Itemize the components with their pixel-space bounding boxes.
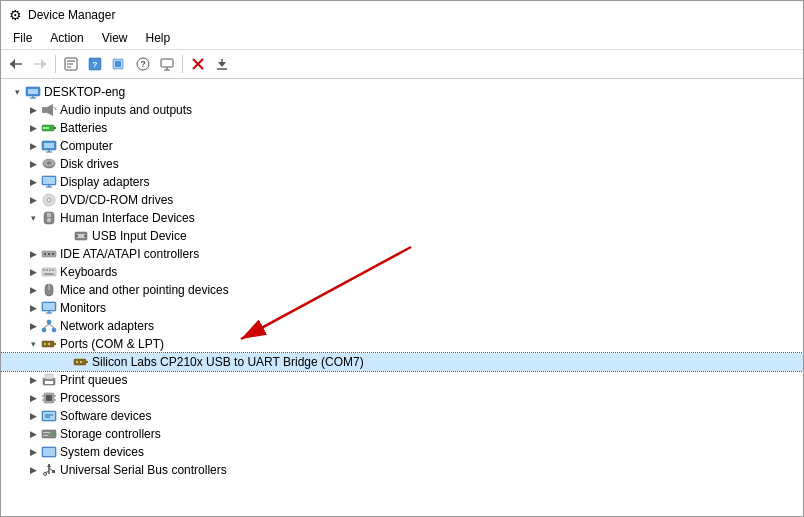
forward-icon <box>33 57 47 71</box>
tree-root[interactable]: ▾ DESKTOP-eng <box>1 83 803 101</box>
silabs-label: Silicon Labs CP210x USB to UART Bridge (… <box>92 355 364 369</box>
svg-rect-14 <box>161 59 173 67</box>
tree-usb-input[interactable]: USB Input Device <box>1 227 803 245</box>
processors-label: Processors <box>60 391 120 405</box>
svg-marker-19 <box>218 62 226 67</box>
software-icon <box>41 408 57 424</box>
tree-display[interactable]: ▶ Display adapters <box>1 173 803 191</box>
disk-label: Disk drives <box>60 157 119 171</box>
svg-rect-59 <box>46 269 48 271</box>
tree-keyboards[interactable]: ▶ Keyboards <box>1 263 803 281</box>
svg-rect-79 <box>86 361 88 363</box>
tree-network[interactable]: ▶ Network adapters <box>1 317 803 335</box>
expand-disk[interactable]: ▶ <box>25 156 41 172</box>
keyboards-label: Keyboards <box>60 265 117 279</box>
tree-disk[interactable]: ▶ Disk drives <box>1 155 803 173</box>
expand-hid[interactable]: ▾ <box>25 210 41 226</box>
menu-action[interactable]: Action <box>42 29 91 47</box>
print-icon <box>41 372 57 388</box>
tree-processors[interactable]: ▶ Processors <box>1 389 803 407</box>
expand-processors[interactable]: ▶ <box>25 390 41 406</box>
expand-network[interactable]: ▶ <box>25 318 41 334</box>
svg-rect-23 <box>28 89 38 94</box>
svg-line-28 <box>54 107 56 110</box>
menu-view[interactable]: View <box>94 29 136 47</box>
toolbar-scan[interactable] <box>108 53 130 75</box>
svg-rect-104 <box>52 470 55 473</box>
expand-usb[interactable]: ▶ <box>25 462 41 478</box>
expand-computer[interactable]: ▶ <box>25 138 41 154</box>
tree-usb[interactable]: ▶ Universal Serial Bus controllers <box>1 461 803 479</box>
mice-label: Mice and other pointing devices <box>60 283 229 297</box>
monitors-label: Monitors <box>60 301 106 315</box>
svg-rect-30 <box>43 127 49 129</box>
toolbar-update-driver[interactable]: ? <box>84 53 106 75</box>
tree-batteries[interactable]: ▶ Batteries <box>1 119 803 137</box>
tree-ports[interactable]: ▾ Ports (COM & LPT) <box>1 335 803 353</box>
svg-point-76 <box>44 343 46 345</box>
toolbar-download[interactable] <box>211 53 233 75</box>
expand-root[interactable]: ▾ <box>9 84 25 100</box>
svg-point-47 <box>47 218 51 222</box>
svg-rect-48 <box>47 213 51 217</box>
expand-dvd[interactable]: ▶ <box>25 192 41 208</box>
tree-system[interactable]: ▶ System devices <box>1 443 803 461</box>
update-driver-icon: ? <box>88 57 102 71</box>
menu-help[interactable]: Help <box>138 29 179 47</box>
menu-file[interactable]: File <box>5 29 40 47</box>
toolbar-help[interactable]: ? <box>132 53 154 75</box>
svg-point-70 <box>42 328 46 332</box>
tree-storage[interactable]: ▶ Storage controllers <box>1 425 803 443</box>
tree-silabs[interactable]: Silicon Labs CP210x USB to UART Bridge (… <box>1 353 803 371</box>
expand-monitors[interactable]: ▶ <box>25 300 41 316</box>
tree-print[interactable]: ▶ Print queues <box>1 371 803 389</box>
expand-batteries[interactable]: ▶ <box>25 120 41 136</box>
expand-storage[interactable]: ▶ <box>25 426 41 442</box>
toolbar-forward[interactable] <box>29 53 51 75</box>
svg-rect-54 <box>44 253 46 255</box>
audio-icon <box>41 102 57 118</box>
svg-point-77 <box>48 343 50 345</box>
tree-dvd[interactable]: ▶ DVD/CD-ROM drives <box>1 191 803 209</box>
toolbar: ? ? <box>1 50 803 79</box>
tree-mice[interactable]: ▶ Mice and other pointing devices <box>1 281 803 299</box>
ide-icon <box>41 246 57 262</box>
title-bar-icon: ⚙ <box>9 7 22 23</box>
software-label: Software devices <box>60 409 151 423</box>
tree-monitors[interactable]: ▶ Monitors <box>1 299 803 317</box>
tree-audio[interactable]: ▶ Audio inputs and outputs <box>1 101 803 119</box>
toolbar-properties[interactable] <box>60 53 82 75</box>
expand-mice[interactable]: ▶ <box>25 282 41 298</box>
svg-point-106 <box>44 473 47 476</box>
expand-display[interactable]: ▶ <box>25 174 41 190</box>
menu-bar: File Action View Help <box>1 27 803 50</box>
expand-ide[interactable]: ▶ <box>25 246 41 262</box>
tree-hid[interactable]: ▾ Human Interface Devices <box>1 209 803 227</box>
toolbar-monitor[interactable] <box>156 53 178 75</box>
dvd-label: DVD/CD-ROM drives <box>60 193 173 207</box>
expand-software[interactable]: ▶ <box>25 408 41 424</box>
svg-point-38 <box>47 162 51 165</box>
expand-audio[interactable]: ▶ <box>25 102 41 118</box>
svg-rect-62 <box>44 273 54 275</box>
disk-icon <box>41 156 57 172</box>
svg-point-52 <box>84 235 86 237</box>
toolbar-uninstall[interactable] <box>187 53 209 75</box>
expand-keyboards[interactable]: ▶ <box>25 264 41 280</box>
batteries-label: Batteries <box>60 121 107 135</box>
tree-software[interactable]: ▶ Software devices <box>1 407 803 425</box>
expand-print[interactable]: ▶ <box>25 372 41 388</box>
usb-input-icon <box>73 228 89 244</box>
scan-icon <box>112 57 126 71</box>
properties-icon <box>64 57 78 71</box>
svg-rect-31 <box>54 127 56 129</box>
tree-computer[interactable]: ▶ Computer <box>1 137 803 155</box>
storage-label: Storage controllers <box>60 427 161 441</box>
svg-rect-66 <box>43 303 55 310</box>
tree-ide[interactable]: ▶ IDE ATA/ATAPI controllers <box>1 245 803 263</box>
usb-label: Universal Serial Bus controllers <box>60 463 227 477</box>
toolbar-back[interactable] <box>5 53 27 75</box>
expand-ports[interactable]: ▾ <box>25 336 41 352</box>
svg-rect-97 <box>43 432 50 433</box>
expand-system[interactable]: ▶ <box>25 444 41 460</box>
